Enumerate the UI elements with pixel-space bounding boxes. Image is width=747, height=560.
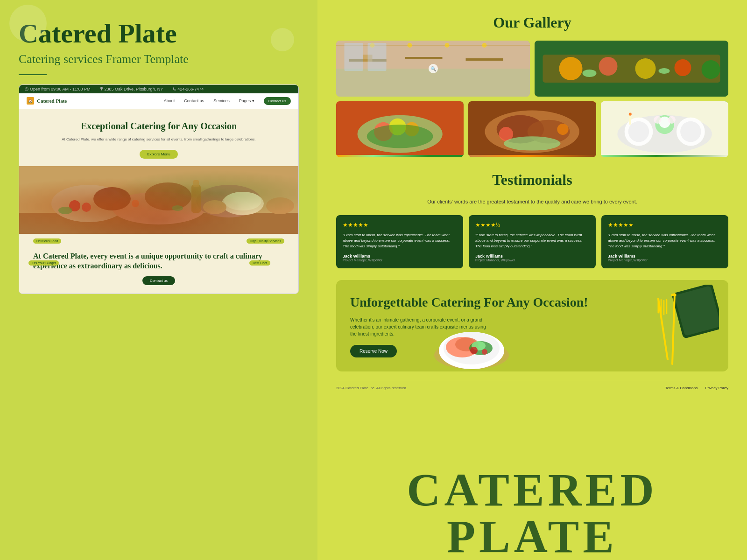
svg-point-40 [659, 68, 670, 74]
svg-point-27 [408, 43, 412, 48]
hero-heading: Exceptional Catering for Any Occasion [47, 120, 270, 132]
svg-point-35 [599, 57, 618, 76]
gallery-image-4 [468, 101, 596, 157]
explore-menu-button[interactable]: Explore Menu [140, 150, 177, 159]
stars-2: ★★★★½ [475, 222, 589, 229]
gallery-svg-2 [535, 41, 728, 97]
svg-rect-23 [405, 57, 443, 59]
svg-rect-30 [345, 43, 363, 71]
food-overlay [19, 166, 298, 234]
footer-terms[interactable]: Terms & Conditions [665, 386, 698, 390]
footer-privacy[interactable]: Privacy Policy [705, 386, 728, 390]
gallery-image-5 [601, 101, 728, 157]
nav-about[interactable]: About [164, 98, 175, 103]
topbar-hours: Open from 09:00 AM - 11:00 PM [25, 87, 91, 91]
testimonials-grid: ★★★★★ "From start to finish, the service… [336, 215, 728, 268]
testimonial-text-3: "From start to finish, the service was i… [608, 232, 722, 249]
svg-point-28 [445, 43, 450, 48]
footer-copyright: 2024 Catered Plate Inc. All rights reser… [336, 386, 407, 390]
deco-circle-1 [9, 5, 47, 42]
svg-rect-31 [368, 43, 387, 71]
contact-button[interactable]: Contact us [142, 276, 175, 285]
topbar-address: 2385 Oak Drive, Pittsburgh, NY [100, 87, 163, 91]
right-panel: Our Gallery 🔍 [317, 0, 747, 560]
cta-title: Unforgettable Catering For Any Occasion! [350, 294, 714, 311]
logo-icon: 🏠 [27, 97, 34, 105]
nav-bar: 🏠 Catered Plate About Contact us Service… [19, 93, 298, 109]
nav-contact[interactable]: Contact us [184, 98, 204, 103]
svg-point-37 [675, 59, 691, 76]
testimonial-role-1: Project Manager, Willpower [343, 259, 457, 262]
gallery-image-3 [336, 101, 464, 157]
svg-point-63 [668, 116, 675, 124]
testimonials-title: Testimonials [336, 171, 728, 189]
tag-budget: Fits Your Budget [28, 260, 59, 266]
divider [19, 74, 47, 75]
tag-quality: High Quality Services [247, 238, 284, 244]
gallery-image-1: 🔍 [336, 41, 530, 97]
website-mockup: Open from 09:00 AM - 11:00 PM 2385 Oak D… [19, 84, 299, 294]
nav-cta-button[interactable]: Contact us [264, 97, 291, 105]
svg-rect-64 [629, 115, 631, 125]
gallery-image-2 [535, 41, 728, 97]
testimonial-text-2: "From start to finish, the service was i… [475, 232, 589, 249]
gallery-title: Our Gallery [336, 14, 728, 31]
svg-point-65 [628, 113, 631, 116]
testimonial-name-3: Jack Williams [608, 254, 722, 259]
cta-section: Unforgettable Catering For Any Occasion!… [336, 280, 728, 371]
testimonials-section: Testimonials Our clients' words are the … [336, 171, 728, 268]
food-hero-image [19, 166, 298, 234]
svg-point-34 [559, 57, 583, 80]
footer: 2024 Catered Plate Inc. All rights reser… [336, 381, 728, 395]
testimonial-name-1: Jack Williams [343, 254, 457, 259]
testimonial-card-2: ★★★★½ "From start to finish, the service… [469, 215, 596, 268]
testimonial-role-2: Project Manager, Willpower [475, 259, 589, 262]
gallery-svg-5 [601, 101, 728, 155]
stars-1: ★★★★★ [343, 222, 457, 229]
testimonial-role-3: Project Manager, Willpower [608, 259, 722, 262]
topbar-phone: 424-266-7474 [172, 87, 204, 91]
reserve-button[interactable]: Reserve Now [350, 345, 397, 357]
testimonial-card-1: ★★★★★ "From start to finish, the service… [336, 215, 463, 268]
testimonial-text-1: "From start to finish, the service was i… [343, 232, 457, 249]
left-panel: Catered Plate Catering services Framer T… [0, 0, 317, 560]
svg-point-57 [628, 121, 649, 142]
svg-point-46 [367, 125, 433, 148]
nav-logo-text: Catered Plate [37, 98, 67, 104]
stars-3: ★★★★★ [608, 222, 722, 229]
page-title: Catered Plate [19, 19, 299, 49]
svg-point-36 [635, 58, 656, 79]
testimonial-card-3: ★★★★★ "From start to finish, the service… [601, 215, 728, 268]
nav-logo: 🏠 Catered Plate [27, 97, 67, 105]
testimonial-name-2: Jack Williams [475, 254, 589, 259]
tag-delicious: Delicious Food [33, 238, 61, 244]
gallery-svg-3 [336, 101, 464, 155]
gallery-top-row: 🔍 [336, 41, 728, 97]
svg-point-52 [557, 124, 569, 135]
svg-rect-24 [466, 58, 503, 61]
nav-pages[interactable]: Pages ▾ [239, 98, 254, 103]
brand-watermark: CATERED PLATE [317, 467, 747, 560]
deco-circle-2 [271, 28, 294, 51]
cta-content: Unforgettable Catering For Any Occasion!… [350, 294, 714, 357]
gallery-svg-4 [468, 101, 596, 155]
gallery-zoom-icon-1[interactable]: 🔍 [429, 64, 438, 73]
nav-services[interactable]: Services [213, 98, 230, 103]
svg-point-62 [654, 116, 661, 124]
page-subtitle: Catering services Framer Template [19, 52, 299, 66]
gallery-bottom-row [336, 101, 728, 157]
cta-text: Whether it's an intimate gathering, a co… [350, 316, 490, 337]
tagline-text: At Catered Plate, every event is a uniqu… [28, 242, 289, 271]
svg-point-39 [583, 70, 597, 77]
tag-chef: Best Chef [249, 260, 270, 266]
testimonials-subtitle: Our clients' words are the greatest test… [336, 198, 728, 206]
svg-point-29 [482, 43, 487, 48]
topbar: Open from 09:00 AM - 11:00 PM 2385 Oak D… [19, 85, 298, 93]
svg-point-38 [702, 60, 720, 79]
footer-links: Terms & Conditions Privacy Policy [665, 386, 728, 390]
svg-point-59 [680, 121, 701, 142]
hero-section: Exceptional Catering for Any Occasion At… [19, 109, 298, 166]
tagline-section: Delicious Food High Quality Services Fit… [19, 234, 298, 294]
hero-description: At Catered Plate, we offer a wide range … [47, 137, 270, 142]
svg-point-53 [504, 136, 560, 150]
